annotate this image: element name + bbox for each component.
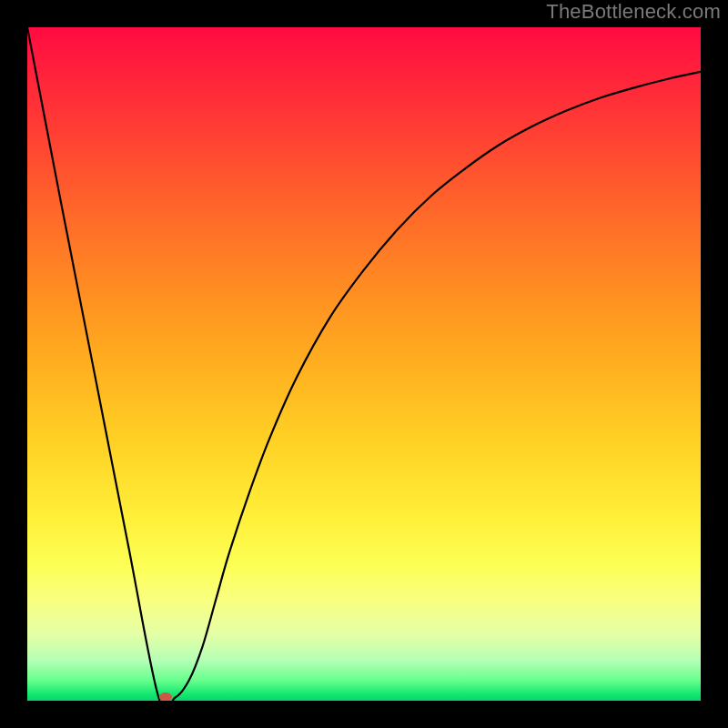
bottleneck-curve [27,27,701,701]
plot-area [27,27,701,701]
optimal-marker [159,693,172,701]
watermark-text: TheBottleneck.com [546,0,721,24]
chart-frame: TheBottleneck.com [0,0,728,728]
curve-path [27,27,701,701]
